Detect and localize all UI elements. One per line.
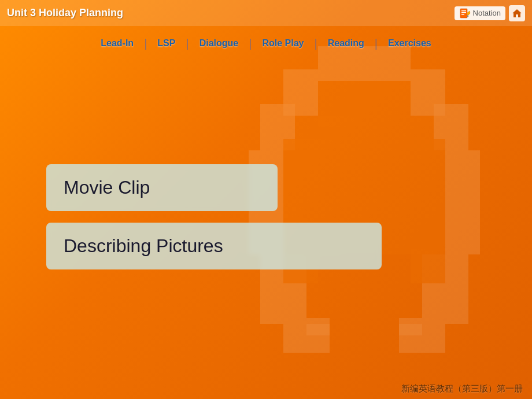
nav-dialogue[interactable]: Dialogue [189, 35, 249, 52]
page-title: Unit 3 Holiday Planning [7, 7, 123, 19]
nav-lead-in[interactable]: Lead-In [90, 35, 144, 52]
title-bar: Unit 3 Holiday Planning Notation [0, 0, 532, 26]
describing-pictures-label: Describing Pictures [64, 235, 223, 256]
title-icons: Notation [455, 5, 525, 21]
describing-pictures-button[interactable]: Describing Pictures [46, 223, 382, 269]
movie-clip-button[interactable]: Movie Clip [46, 164, 278, 211]
nav-reading[interactable]: Reading [317, 35, 375, 52]
home-button[interactable] [509, 5, 525, 21]
nav-exercises[interactable]: Exercises [378, 35, 442, 52]
notation-label: Notation [473, 9, 501, 17]
svg-marker-28 [512, 9, 522, 17]
svg-rect-24 [461, 12, 466, 13]
svg-rect-23 [461, 10, 466, 12]
nav-lsp[interactable]: LSP [147, 35, 186, 52]
navigation-bar: Lead-In | LSP | Dialogue | Role Play | R… [0, 32, 532, 55]
nav-role-play[interactable]: Role Play [252, 35, 314, 52]
footer-text: 新编英语教程（第三版）第一册 [401, 383, 523, 393]
footer: 新编英语教程（第三版）第一册 [401, 383, 523, 394]
svg-rect-22 [460, 9, 467, 18]
movie-clip-label: Movie Clip [64, 177, 150, 198]
notation-icon [459, 8, 471, 19]
home-icon [512, 8, 522, 19]
main-content: Movie Clip Describing Pictures [46, 64, 486, 370]
notation-button[interactable]: Notation [455, 6, 505, 20]
svg-rect-25 [461, 14, 464, 15]
